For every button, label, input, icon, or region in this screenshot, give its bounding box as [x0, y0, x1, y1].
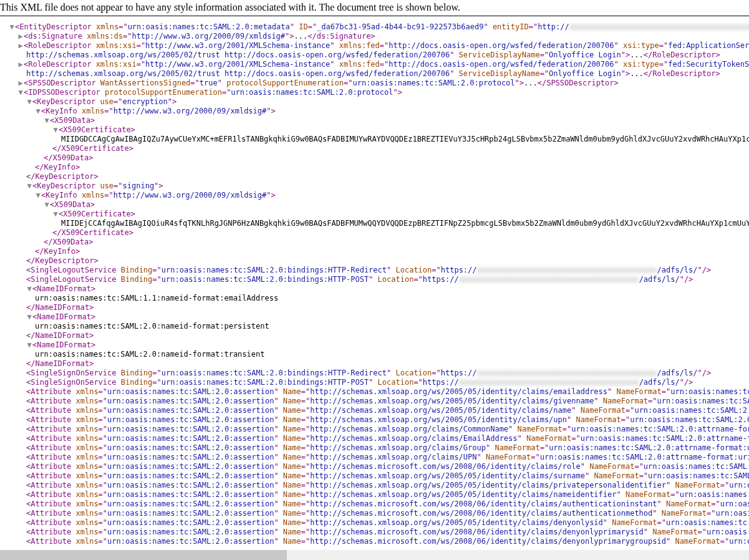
attribute-row: <Attribute xmlns="urn:oasis:names:tc:SAM…: [0, 462, 749, 471]
keyinfo2-close: </KeyInfo>: [0, 247, 749, 256]
attribute-row: <Attribute xmlns="urn:oasis:names:tc:SAM…: [0, 406, 749, 415]
kd-sig-close: </KeyDescriptor>: [0, 256, 749, 266]
x509data2-open[interactable]: ▼<X509Data>: [0, 200, 749, 210]
chevron-down-icon[interactable]: ▼: [17, 88, 24, 97]
attribute-row: <Attribute xmlns="urn:oasis:names:tc:SAM…: [0, 509, 749, 518]
keyinfo2-open[interactable]: ▼<KeyInfo xmlns="http://www.w3.org/2000/…: [0, 191, 749, 200]
attribute-row: <Attribute xmlns="urn:oasis:names:tc:SAM…: [0, 434, 749, 443]
keyinfo-open[interactable]: ▼<KeyInfo xmlns="http://www.w3.org/2000/…: [0, 107, 749, 116]
roledescriptor-2-cont: http://schemas.xmlsoap.org/ws/2005/02/tr…: [0, 69, 749, 79]
root-open[interactable]: ▼<EntityDescriptor xmlns="urn:oasis:name…: [0, 22, 749, 32]
attribute-row: <Attribute xmlns="urn:oasis:names:tc:SAM…: [0, 490, 749, 500]
chevron-down-icon[interactable]: ▼: [26, 284, 32, 294]
chevron-down-icon[interactable]: ▼: [26, 181, 32, 191]
chevron-right-icon[interactable]: ▶: [17, 41, 24, 51]
no-style-banner: This XML file does not appear to have an…: [0, 0, 749, 16]
chevron-right-icon[interactable]: ▶: [17, 60, 24, 69]
sso-post: <SingleSignOnService Binding="urn:oasis:…: [0, 378, 749, 387]
roledescriptor-1-cont: http://schemas.xmlsoap.org/ws/2005/02/tr…: [0, 51, 749, 60]
keyinfo-close: </KeyInfo>: [0, 163, 749, 172]
nid3-close: </NameIDFormat>: [0, 359, 749, 369]
attribute-row: <Attribute xmlns="urn:oasis:names:tc:SAM…: [0, 415, 749, 425]
x509data2-close: </X509Data>: [0, 238, 749, 247]
chevron-down-icon[interactable]: ▼: [35, 107, 41, 116]
chevron-down-icon[interactable]: ▼: [9, 22, 15, 32]
signature-row[interactable]: ▶<ds:Signature xmlns:ds="http://www.w3.o…: [0, 32, 749, 41]
chevron-down-icon[interactable]: ▼: [44, 116, 50, 125]
chevron-down-icon[interactable]: ▼: [52, 210, 59, 219]
x509cert2-open[interactable]: ▼<X509Certificate>: [0, 210, 749, 219]
kd-enc-open[interactable]: ▼<KeyDescriptor use="encryption">: [0, 97, 749, 107]
sso-redirect: <SingleSignOnService Binding="urn:oasis:…: [0, 369, 749, 378]
nid2-open[interactable]: ▼<NameIDFormat>: [0, 312, 749, 322]
x509cert-open[interactable]: ▼<X509Certificate>: [0, 125, 749, 135]
nid2-close: </NameIDFormat>: [0, 331, 749, 340]
nid1-close: </NameIDFormat>: [0, 303, 749, 312]
attribute-row: <Attribute xmlns="urn:oasis:names:tc:SAM…: [0, 397, 749, 406]
spsso-row[interactable]: ▶<SPSSODescriptor WantAssertionsSigned="…: [0, 79, 749, 88]
chevron-down-icon[interactable]: ▼: [26, 340, 32, 350]
attribute-row: <Attribute xmlns="urn:oasis:names:tc:SAM…: [0, 481, 749, 490]
nid3-text: urn:oasis:names:tc:SAML:2.0:nameid-forma…: [0, 350, 749, 359]
nid3-open[interactable]: ▼<NameIDFormat>: [0, 340, 749, 350]
x509data-close: </X509Data>: [0, 153, 749, 163]
x509cert-close: </X509Certificate>: [0, 144, 749, 153]
attribute-row: <Attribute xmlns="urn:oasis:names:tc:SAM…: [0, 387, 749, 397]
cert1-text: MIIDGDCCAgCgAwIBAgIQZu7AywCUeYxMC+mEFR1l…: [0, 135, 749, 144]
attribute-row: <Attribute xmlns="urn:oasis:names:tc:SAM…: [0, 500, 749, 509]
roledescriptor-1[interactable]: ▶<RoleDescriptor xmlns:xsi="http://www.w…: [0, 41, 749, 51]
chevron-down-icon[interactable]: ▼: [35, 191, 41, 200]
attribute-row: <Attribute xmlns="urn:oasis:names:tc:SAM…: [0, 425, 749, 434]
roledescriptor-2[interactable]: ▶<RoleDescriptor xmlns:xsi="http://www.w…: [0, 60, 749, 69]
chevron-right-icon[interactable]: ▶: [17, 79, 24, 88]
xml-tree: ▼<EntityDescriptor xmlns="urn:oasis:name…: [0, 22, 749, 546]
slo-redirect: <SingleLogoutService Binding="urn:oasis:…: [0, 266, 749, 275]
chevron-down-icon[interactable]: ▼: [52, 125, 59, 135]
chevron-down-icon[interactable]: ▼: [26, 312, 32, 322]
chevron-down-icon[interactable]: ▼: [44, 200, 50, 210]
x509cert2-close: </X509Certificate>: [0, 228, 749, 238]
nid1-text: urn:oasis:names:tc:SAML:1.1:nameid-forma…: [0, 294, 749, 303]
cert2-text: MIIDEjCCAfqgAwIBAgIQOiuR4sfqTKNLhRgJGNP6…: [0, 219, 749, 228]
kd-sig-open[interactable]: ▼<KeyDescriptor use="signing">: [0, 181, 749, 191]
attribute-row: <Attribute xmlns="urn:oasis:names:tc:SAM…: [0, 518, 749, 528]
attribute-row: <Attribute xmlns="urn:oasis:names:tc:SAM…: [0, 537, 749, 546]
attribute-row: <Attribute xmlns="urn:oasis:names:tc:SAM…: [0, 453, 749, 462]
nid1-open[interactable]: ▼<NameIDFormat>: [0, 284, 749, 294]
chevron-right-icon[interactable]: ▶: [17, 32, 24, 41]
kd-enc-close: </KeyDescriptor>: [0, 172, 749, 181]
attribute-row: <Attribute xmlns="urn:oasis:names:tc:SAM…: [0, 471, 749, 481]
nid2-text: urn:oasis:names:tc:SAML:2.0:nameid-forma…: [0, 322, 749, 331]
x509data-open[interactable]: ▼<X509Data>: [0, 116, 749, 125]
idpsso-open[interactable]: ▼<IDPSSODescriptor protocolSupportEnumer…: [0, 88, 749, 97]
attribute-row: <Attribute xmlns="urn:oasis:names:tc:SAM…: [0, 528, 749, 537]
attribute-row: <Attribute xmlns="urn:oasis:names:tc:SAM…: [0, 443, 749, 453]
chevron-down-icon[interactable]: ▼: [26, 97, 32, 107]
slo-post: <SingleLogoutService Binding="urn:oasis:…: [0, 275, 749, 284]
